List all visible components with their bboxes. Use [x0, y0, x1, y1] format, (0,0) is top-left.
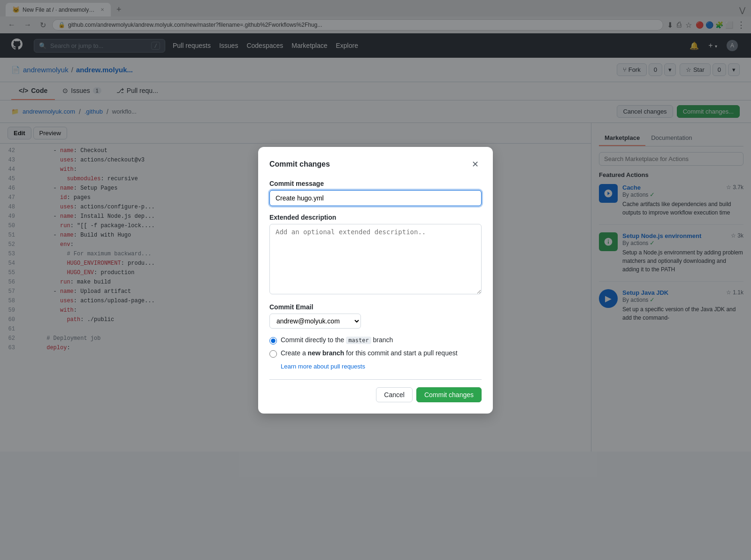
radio-direct-input[interactable]	[269, 337, 277, 345]
commit-email-group: Commit Email andrew@molyuk.com	[269, 303, 482, 329]
modal-cancel-button[interactable]: Cancel	[376, 387, 413, 402]
modal-commit-button[interactable]: Commit changes	[416, 387, 482, 402]
radio-branch-label: Create a new branch for this commit and …	[281, 349, 458, 357]
modal-overlay[interactable]: Commit changes ✕ Commit message Extended…	[0, 0, 751, 452]
modal-close-button[interactable]: ✕	[469, 158, 482, 170]
commit-message-input[interactable]	[269, 190, 482, 206]
commit-changes-modal: Commit changes ✕ Commit message Extended…	[258, 147, 493, 414]
commit-branch-options: Commit directly to the master branch Cre…	[269, 336, 482, 370]
radio-branch-input[interactable]	[269, 350, 277, 358]
commit-email-select[interactable]: andrew@molyuk.com	[269, 314, 361, 329]
commit-message-group: Commit message	[269, 180, 482, 206]
modal-title: Commit changes	[269, 160, 330, 169]
radio-direct-label: Commit directly to the master branch	[281, 336, 393, 344]
commit-email-label: Commit Email	[269, 303, 482, 311]
extended-description-group: Extended description	[269, 214, 482, 296]
radio-commit-direct: Commit directly to the master branch	[269, 336, 482, 345]
modal-footer: Cancel Commit changes	[269, 379, 482, 402]
commit-message-label: Commit message	[269, 180, 482, 187]
modal-header: Commit changes ✕	[269, 158, 482, 170]
radio-commit-branch: Create a new branch for this commit and …	[269, 349, 482, 358]
extended-description-input[interactable]	[269, 224, 482, 294]
extended-description-label: Extended description	[269, 214, 482, 221]
learn-more-link[interactable]: Learn more about pull requests	[281, 363, 365, 370]
